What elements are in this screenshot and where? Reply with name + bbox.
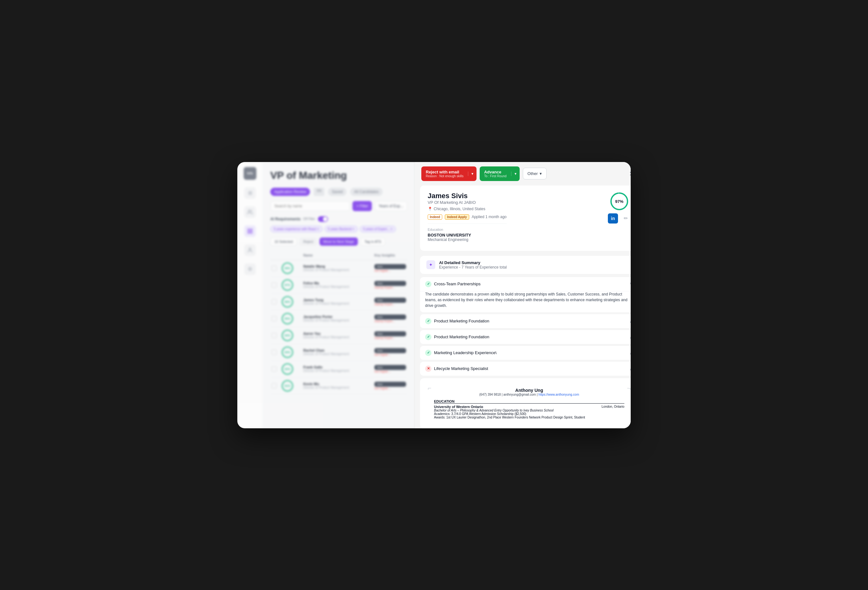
table-row[interactable]: 95% Jacqueline PorterDirector of Product…: [270, 310, 407, 327]
skill-collapse-icon[interactable]: ∨: [629, 281, 631, 287]
candidate-name: Natalie Wang: [303, 265, 372, 268]
insight-badge: New: [374, 331, 406, 336]
education-major: Mechanical Engineering: [428, 237, 507, 242]
skill-header-marketing-leadership[interactable]: ✓ Marketing Leadership Experience\ ∧: [420, 346, 631, 360]
sidebar-item-settings[interactable]: ⚙: [244, 263, 256, 275]
skill-name: Cross-Team Partnerships: [434, 281, 481, 286]
sidebar-item-talent[interactable]: [244, 244, 256, 256]
resume-website[interactable]: https://www.anthonyung.com: [538, 393, 579, 396]
edit-icon[interactable]: ✏: [620, 213, 631, 224]
selected-button[interactable]: 10 Selected: [270, 237, 297, 246]
advance-chevron-icon[interactable]: ▾: [511, 172, 520, 176]
search-input[interactable]: [270, 201, 350, 211]
row-checkbox[interactable]: [272, 282, 277, 288]
skill-body: The candidate demonstrates a proven abil…: [420, 291, 631, 312]
insight-badge: New: [374, 298, 406, 303]
resume-name: Anthony Ung: [434, 388, 624, 393]
applied-text: Applied 1 month ago: [472, 215, 507, 219]
app-logo: tofu: [244, 167, 256, 180]
col-name: Name: [303, 253, 372, 257]
location-pin-icon: 📍: [428, 207, 433, 211]
table-row[interactable]: 93% Rachel ChanDirector of Product Manag…: [270, 344, 407, 361]
tag-backend[interactable]: 5 years Backend ×: [325, 226, 358, 232]
table-row[interactable]: 91% Kevin WuDirector of Product Manageme…: [270, 378, 407, 394]
skill-name: Product Marketing Foundation: [434, 319, 489, 324]
skill-header-cross-team[interactable]: ✓ Cross-Team Partnerships ∨: [420, 277, 631, 291]
candidate-name: Jacqueline Porter: [303, 315, 372, 319]
resume-education-header: EDUCATION: [434, 399, 624, 403]
score-badge: 97%: [282, 279, 293, 291]
tab-all-candidates[interactable]: All Candidates: [350, 188, 382, 196]
insight-text: Startup Experi...: [374, 336, 406, 340]
insight-text: Not Digital-...: [374, 370, 406, 373]
insight-badge: New: [374, 365, 406, 370]
move-stage-button[interactable]: Move to Next Stage: [319, 237, 358, 246]
svg-rect-2: [251, 229, 252, 231]
candidate-name: Kevin Wu: [303, 382, 372, 386]
score-badge: 93%: [282, 347, 293, 358]
tab-application-review[interactable]: Application Review: [270, 188, 310, 196]
skill-header-product-marketing-1[interactable]: ✓ Product Marketing Foundation ∧: [420, 314, 631, 328]
row-checkbox[interactable]: [272, 316, 277, 321]
tab-saved[interactable]: Saved: [328, 188, 347, 196]
reject-chevron-icon[interactable]: ▾: [468, 172, 477, 176]
table-row[interactable]: 92% Frank GalloDirector of Product Manag…: [270, 361, 407, 378]
resume-location: London, Ontario: [601, 405, 624, 409]
sidebar-item-ranking[interactable]: [244, 225, 256, 237]
resume-corner-tl-icon: ⌐: [428, 384, 431, 392]
filter-button[interactable]: + Filter: [353, 201, 372, 211]
linkedin-icon[interactable]: in: [608, 213, 618, 224]
tabs-row: Application Review 191 Saved All Candida…: [270, 188, 407, 196]
years-filter-button[interactable]: Years of Exp...: [374, 201, 407, 211]
ai-toggle[interactable]: [318, 216, 328, 222]
reject-with-email-button[interactable]: Reject with email Reason : Not enough sk…: [421, 166, 477, 181]
insight-text: Not Digital-...: [374, 353, 406, 356]
score-badge: 99%: [282, 262, 293, 274]
close-button[interactable]: ✕: [627, 169, 631, 179]
advance-label: Advance: [484, 170, 501, 174]
skill-row-marketing-leadership: ✓ Marketing Leadership Experience\ ∧: [420, 346, 631, 360]
ai-summary-card: ✦ AI Detailed Summary Experience - 7 Yea…: [420, 256, 631, 274]
row-checkbox[interactable]: [272, 383, 277, 388]
tag-react[interactable]: 5 years experience with React ×: [270, 226, 323, 232]
row-checkbox[interactable]: [272, 333, 277, 338]
table-row[interactable]: 96% James TungDirector of Product Manage…: [270, 294, 407, 310]
table-row[interactable]: 97% Felice MaDirector of Product Managem…: [270, 277, 407, 294]
indeed-badge: Indeed: [428, 214, 442, 220]
row-checkbox[interactable]: [272, 266, 277, 271]
table-row[interactable]: 94% Aaron YauDirector of Product Managem…: [270, 327, 407, 344]
sidebar-item-candidates[interactable]: [244, 206, 256, 218]
row-checkbox[interactable]: [272, 366, 277, 372]
advance-button[interactable]: Advance To : First Round ▾: [480, 166, 520, 181]
reject-button[interactable]: Reject: [300, 237, 317, 246]
resume-degree: Bachelor of Arts – Philosophy & Advanced…: [434, 409, 624, 412]
candidate-title: Director of Product Management: [303, 335, 372, 339]
other-button[interactable]: Other ▾: [523, 168, 547, 180]
sidebar-item-dashboard[interactable]: ⊞: [244, 187, 256, 199]
resume-university: University of Western Ontario: [434, 405, 483, 409]
tag-ats-button[interactable]: Tag in ATS: [360, 237, 385, 246]
skill-expand-icon[interactable]: ∧: [629, 334, 631, 340]
other-label: Other: [528, 171, 538, 176]
skills-section: ✓ Cross-Team Partnerships ∨ The candidat…: [420, 277, 631, 376]
ai-summary-title: AI Detailed Summary: [439, 260, 507, 265]
candidate-full-name: James Sivis: [428, 192, 507, 200]
candidate-name: Rachel Chan: [303, 349, 372, 352]
table-row[interactable]: 99% Natalie WangDirector of Product Mana…: [270, 260, 407, 277]
skill-expand-icon[interactable]: ∧: [629, 350, 631, 356]
resume-contact: (647) 394 9818 | anthnyung@gmail.com | h…: [434, 393, 624, 396]
resume-academics: Academics: 3.7/4.0 GPA Western Admission…: [434, 412, 624, 416]
row-checkbox[interactable]: [272, 350, 277, 355]
skill-expand-icon[interactable]: ∧: [629, 366, 631, 372]
tag-exp[interactable]: 5 years of Experi... ×: [360, 226, 396, 232]
candidate-title: Director of Product Management: [303, 352, 372, 356]
action-bar: Reject with email Reason : Not enough sk…: [415, 162, 631, 185]
row-checkbox[interactable]: [272, 299, 277, 305]
svg-rect-4: [248, 231, 249, 233]
col-match: [282, 253, 301, 257]
skill-header-lifecycle-marketing[interactable]: ✕ Lifecycle Marketing Specialist ∧: [420, 362, 631, 376]
skill-expand-icon[interactable]: ∧: [629, 318, 631, 324]
insight-badge: New: [374, 281, 406, 286]
skill-header-product-marketing-2[interactable]: ✓ Product Marketing Foundation ∧: [420, 330, 631, 344]
candidate-name: Felice Ma: [303, 281, 372, 285]
